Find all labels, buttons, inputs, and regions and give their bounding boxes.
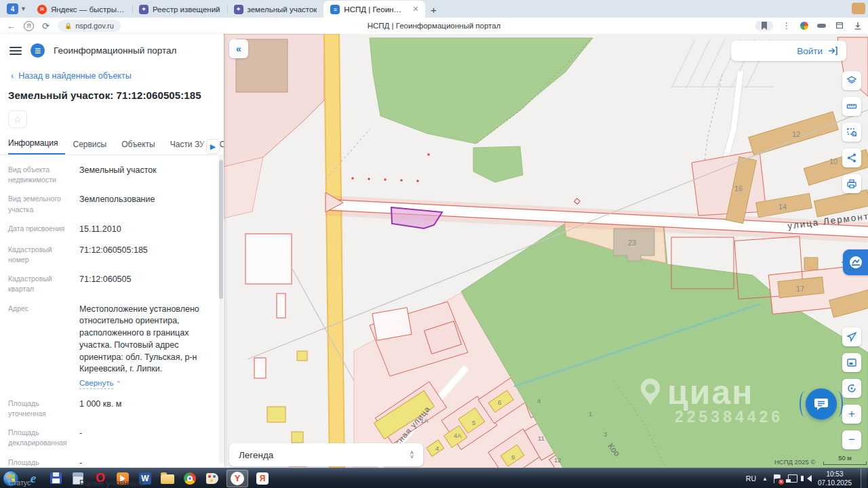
building-label: 23 bbox=[628, 239, 636, 247]
field-label: Площадь уточненная bbox=[8, 399, 71, 419]
house-label: 12 bbox=[554, 456, 561, 464]
field-row: Дата присвоения 15.11.2010 bbox=[8, 224, 206, 236]
legend-bar[interactable]: Легенда ˄˅ bbox=[229, 443, 423, 466]
network-icon[interactable] bbox=[788, 474, 797, 483]
incognito-mask-icon[interactable] bbox=[817, 24, 826, 28]
field-row-address: Адрес Местоположение установлено относит… bbox=[8, 304, 206, 390]
toolbar-right-icons: ⋮ bbox=[755, 18, 863, 34]
map-canvas[interactable]: 12 10 16 14 23 17 1А 5 4А 4 6 4 9 11 12 … bbox=[224, 34, 868, 468]
field-value: 1 000 кв. м bbox=[79, 399, 206, 419]
refresh-icon[interactable]: ⟳ bbox=[42, 21, 50, 31]
scale-label: 50 м bbox=[823, 454, 867, 462]
new-tab-button[interactable]: + bbox=[425, 1, 441, 18]
tab-nspd-active[interactable]: НСПД | Геоинформаци ✕ bbox=[323, 1, 425, 18]
select-area-button[interactable] bbox=[842, 123, 861, 142]
house-label: 11 bbox=[538, 434, 545, 442]
zoom-in-button[interactable]: + bbox=[842, 405, 861, 424]
field-row: Статус Ранее учтенный bbox=[8, 478, 206, 488]
legend-label: Легенда bbox=[239, 450, 273, 460]
search-extent-button[interactable] bbox=[842, 379, 861, 398]
browser-tabbar: 4 ▼ Я Яндекс — быстрый поиск Реестр изве… bbox=[0, 0, 868, 18]
collapse-panel-button[interactable]: « bbox=[229, 39, 248, 58]
field-label: Дата присвоения bbox=[8, 224, 71, 236]
print-button[interactable] bbox=[842, 174, 861, 193]
house-label: 3 bbox=[604, 430, 607, 438]
lock-icon: 🔒 bbox=[64, 22, 72, 29]
chat-bubble-icon bbox=[813, 396, 829, 412]
chat-button[interactable] bbox=[806, 388, 837, 420]
field-value: Местоположение установлено относительно … bbox=[79, 304, 206, 390]
taskbar-yandex-browser-active[interactable]: Y bbox=[226, 470, 248, 487]
yandex-icon: Я bbox=[256, 472, 269, 485]
house-label: 9 bbox=[511, 453, 515, 461]
profile-avatar[interactable] bbox=[852, 3, 865, 14]
emblem-favicon bbox=[139, 5, 149, 14]
address-text: nspd.gov.ru bbox=[75, 22, 114, 30]
field-row: Вид объекта недвижимости Земельный участ… bbox=[8, 165, 206, 185]
field-label: Кадастровый номер bbox=[8, 245, 71, 265]
object-info-panel: ≣ Геоинформационный портал ‹ Назад в най… bbox=[0, 34, 224, 468]
tab-information[interactable]: Информация bbox=[8, 138, 65, 155]
collapse-address-link[interactable]: Свернуть bbox=[79, 378, 113, 389]
yandex-home-icon[interactable]: Я bbox=[24, 21, 34, 31]
map-viewport[interactable]: 12 10 16 14 23 17 1А 5 4А 4 6 4 9 11 12 … bbox=[224, 34, 868, 468]
house-label: 4А bbox=[454, 432, 462, 439]
minimap-button[interactable] bbox=[842, 353, 861, 372]
login-bar[interactable]: Войти bbox=[731, 41, 846, 61]
feedback-map-tool[interactable] bbox=[843, 249, 868, 275]
extension-icon[interactable] bbox=[800, 22, 808, 30]
language-indicator[interactable]: RU bbox=[746, 474, 756, 483]
building-label: 16 bbox=[734, 184, 743, 192]
show-desktop-button[interactable] bbox=[861, 468, 867, 488]
tab-reestr[interactable]: Реестр извещений bbox=[132, 1, 227, 18]
taskbar-yandex-app[interactable]: Я bbox=[254, 470, 271, 487]
attribute-list: Вид объекта недвижимости Земельный участ… bbox=[0, 155, 224, 488]
sidebar-scrollbar[interactable] bbox=[219, 155, 223, 464]
tray-expand-icon[interactable]: ▲ bbox=[762, 476, 768, 482]
tab-services[interactable]: Сервисы bbox=[65, 140, 114, 155]
tab-zemelny[interactable]: земельный участок bbox=[227, 1, 324, 18]
panel-header: ≣ Геоинформационный портал bbox=[0, 34, 224, 62]
expand-collapse-icon[interactable]: ˄˅ bbox=[410, 451, 414, 459]
layers-button[interactable] bbox=[842, 71, 861, 90]
field-row: Площадь уточненная 1 000 кв. м bbox=[8, 399, 206, 419]
field-label: Кадастровый квартал bbox=[8, 274, 71, 294]
back-to-results-link[interactable]: ‹ Назад в найденные объекты bbox=[0, 62, 224, 81]
field-row: Кадастровый номер 71:12:060505:185 bbox=[8, 245, 206, 265]
ruler-button[interactable] bbox=[842, 97, 861, 116]
locate-me-button[interactable] bbox=[842, 327, 861, 346]
tab-group-button[interactable]: 4 ▼ bbox=[3, 0, 31, 18]
address-bar[interactable]: 🔒 nspd.gov.ru bbox=[58, 20, 121, 32]
system-tray: RU ▲ 10:53 07.10.2025 bbox=[746, 468, 867, 488]
clock[interactable]: 10:53 07.10.2025 bbox=[818, 470, 854, 487]
address-value: Местоположение установлено относительно … bbox=[79, 304, 199, 374]
tab-objects[interactable]: Объекты bbox=[114, 140, 163, 155]
field-value: Земельный участок bbox=[79, 165, 206, 185]
zoom-out-button[interactable]: − bbox=[842, 430, 861, 449]
tab-title: Реестр извещений bbox=[153, 5, 220, 14]
more-menu-icon[interactable]: ⋮ bbox=[782, 21, 791, 30]
house-label: 6 bbox=[498, 399, 501, 406]
tab-close-icon[interactable]: ✕ bbox=[412, 5, 418, 14]
back-icon[interactable]: ← bbox=[7, 21, 16, 31]
bookmark-icon[interactable] bbox=[755, 21, 773, 30]
scrollbar-thumb[interactable] bbox=[219, 160, 223, 299]
download-icon[interactable] bbox=[853, 21, 863, 30]
share-button[interactable] bbox=[842, 148, 861, 167]
favorite-star-button[interactable]: ☆ bbox=[8, 110, 27, 128]
parcel-title: Земельный участок: 71:12:060505:185 bbox=[0, 81, 224, 101]
tabs-scroll-right-button[interactable]: ▶ bbox=[206, 139, 220, 154]
emblem-favicon bbox=[234, 5, 243, 14]
chevron-up-icon[interactable]: ⌃ bbox=[116, 380, 121, 387]
action-center-icon[interactable] bbox=[774, 474, 782, 483]
building-label: 14 bbox=[778, 203, 787, 211]
yandex-browser-icon: Y bbox=[231, 472, 244, 485]
portal-title: Геоинформационный портал bbox=[54, 45, 176, 56]
tab-yandex-search[interactable]: Я Яндекс — быстрый поиск bbox=[31, 1, 132, 18]
collections-icon[interactable] bbox=[835, 21, 844, 30]
volume-icon[interactable] bbox=[804, 475, 812, 482]
hamburger-menu-icon[interactable] bbox=[9, 47, 22, 55]
portal-logo: ≣ bbox=[31, 43, 45, 58]
tab-parts[interactable]: Части ЗУ bbox=[163, 140, 212, 155]
field-value: 15.11.2010 bbox=[79, 224, 206, 236]
